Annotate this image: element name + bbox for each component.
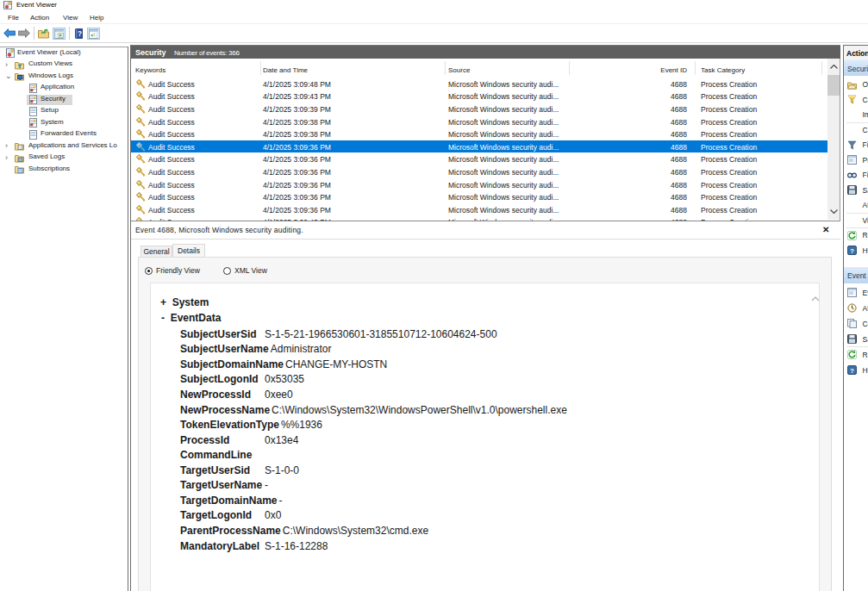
svg-text:?: ? [77,30,81,38]
svg-text:?: ? [850,247,854,255]
svg-text:?: ? [850,367,854,375]
